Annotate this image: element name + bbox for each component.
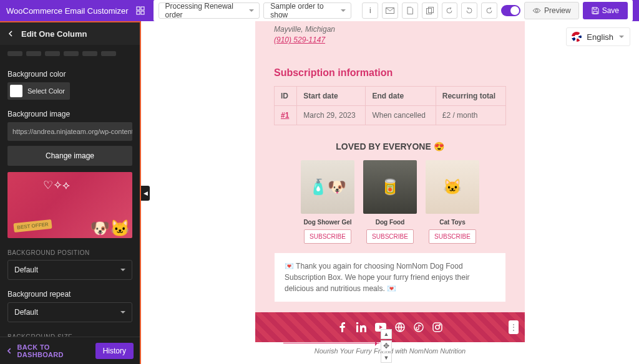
redo-icon[interactable] [481, 2, 497, 19]
language-select[interactable]: English [566, 27, 630, 46]
thank-you-text: 💌 Thank you again for choosing NomNom Do… [274, 252, 506, 302]
svg-rect-5 [426, 9, 431, 14]
col-start: Start date [297, 87, 366, 106]
preview-button[interactable]: Preview [524, 2, 579, 19]
subscription-id-link[interactable]: #1 [281, 111, 289, 120]
subscription-heading: Subscription information [274, 67, 506, 79]
product-card: 🧴🐶 Dog Shower Gel SUBSCRIBE [301, 160, 354, 244]
back-to-dashboard-link[interactable]: BACK TO DASHBOARD [6, 343, 95, 358]
panel-tabs [7, 45, 132, 65]
subscribe-button[interactable]: SUBSCRIBE [429, 229, 476, 244]
website-icon[interactable] [395, 322, 405, 332]
bg-image-url-input[interactable]: https://andrea.ninjateam.org/wp-content/… [7, 122, 132, 141]
product-name: Dog Food [363, 219, 417, 226]
order-type-select[interactable]: Processing Renewal order [159, 2, 260, 19]
save-button[interactable]: Save [583, 2, 628, 19]
product-image: 🥫 [363, 160, 417, 214]
footer-menu-icon[interactable]: ⋮ [509, 320, 519, 334]
bg-repeat-label: Background repeat [7, 290, 132, 299]
subscribe-button[interactable]: SUBSCRIBE [304, 229, 351, 244]
color-swatch [10, 85, 22, 97]
redo-alt-icon[interactable] [442, 2, 458, 19]
svg-point-9 [356, 322, 358, 324]
linkedin-icon[interactable] [356, 322, 366, 332]
app-brand: WooCommerce Email Customizer [6, 6, 129, 16]
move-down-button[interactable]: ▼ [381, 353, 392, 363]
history-button[interactable]: History [95, 343, 134, 359]
svg-rect-2 [137, 11, 140, 14]
svg-point-14 [436, 325, 439, 329]
move-up-button[interactable]: ▲ [381, 329, 392, 339]
svg-rect-3 [141, 11, 144, 14]
best-offer-tag: BEST OFFER [13, 219, 52, 232]
col-end: End date [366, 87, 436, 106]
back-arrow-icon [6, 347, 14, 355]
side-panel: Edit One Column Background color Select … [0, 21, 141, 364]
instagram-icon[interactable] [432, 322, 442, 332]
col-id: ID [275, 87, 297, 106]
grid-icon[interactable] [136, 6, 145, 15]
bg-image-label: Background image [7, 110, 132, 118]
collapse-panel-handle[interactable] [141, 186, 150, 201]
phone-link[interactable]: (910) 529-1147 [274, 36, 325, 44]
subscribe-button[interactable]: SUBSCRIBE [366, 229, 414, 244]
bg-position-select[interactable]: Default [7, 260, 132, 280]
table-row: #1 March 29, 2023 When cancelled £2 / mo… [275, 106, 506, 125]
back-arrow-icon[interactable] [7, 30, 15, 37]
tiktok-icon[interactable] [414, 322, 424, 332]
svg-rect-6 [428, 7, 433, 13]
flag-uk-icon [572, 32, 582, 42]
sample-order-select[interactable]: Sample order to show [263, 2, 351, 19]
subscription-table: ID Start date End date Recurring total #… [274, 86, 506, 125]
pointer-arrow [283, 343, 379, 343]
product-card: 🐱 Cat Toys SUBSCRIBE [426, 160, 479, 244]
facebook-icon[interactable] [338, 322, 348, 332]
move-handle[interactable]: ✥ [381, 340, 392, 352]
svg-rect-8 [356, 325, 358, 332]
bg-color-picker[interactable]: Select Color [7, 82, 70, 100]
product-image: 🧴🐶 [301, 160, 354, 214]
svg-rect-1 [141, 7, 144, 10]
preview-toggle[interactable] [501, 5, 520, 16]
product-name: Dog Shower Gel [301, 219, 354, 226]
panel-title: Edit One Column [21, 29, 87, 39]
change-image-button[interactable]: Change image [7, 146, 132, 166]
bg-image-preview: ♡✧⟡ BEST OFFER 🐶🐱 [7, 172, 132, 238]
address-city: Mayville, Michigan [274, 21, 506, 34]
loved-heading: LOVED BY EVERYONE 😍 [274, 141, 506, 151]
document-icon[interactable] [402, 2, 418, 19]
save-icon [592, 7, 599, 14]
product-card: 🥫 Dog Food SUBSCRIBE [363, 160, 417, 244]
undo-icon[interactable] [461, 2, 477, 19]
product-name: Cat Toys [426, 219, 479, 226]
bg-repeat-select[interactable]: Default [7, 302, 132, 322]
bg-color-label: Background color [7, 70, 132, 79]
product-image: 🐱 [426, 160, 479, 214]
col-total: Recurring total [436, 87, 505, 106]
info-icon[interactable]: i [362, 2, 378, 19]
svg-point-15 [439, 324, 441, 325]
copy-icon[interactable] [422, 2, 438, 19]
eye-icon [532, 7, 541, 14]
svg-rect-0 [137, 7, 140, 10]
bg-position-label: BACKGROUND POSITION [7, 249, 132, 256]
svg-point-7 [535, 9, 538, 12]
block-drag-controls: ▲ ✥ ▼ [379, 329, 393, 363]
mail-icon[interactable] [382, 2, 398, 19]
